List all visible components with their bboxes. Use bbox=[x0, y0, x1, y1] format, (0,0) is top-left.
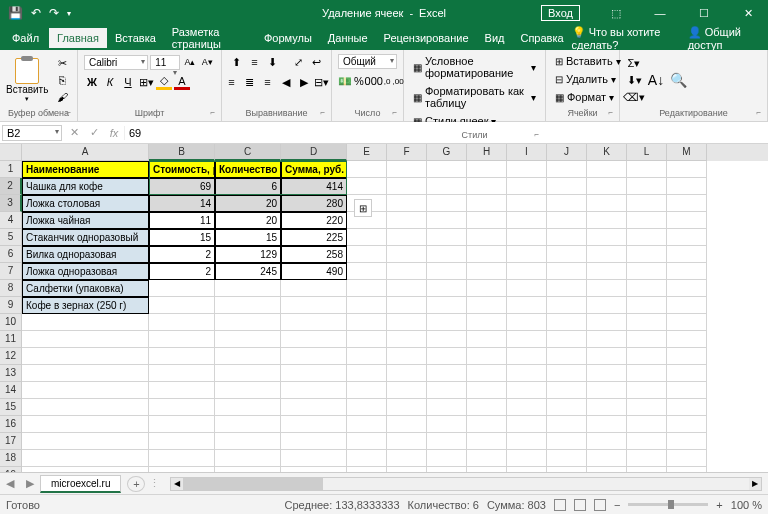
cell[interactable]: 6 bbox=[215, 178, 281, 195]
increase-decimal-icon[interactable]: ,0 bbox=[384, 73, 391, 89]
enter-formula-icon[interactable]: ✓ bbox=[84, 126, 104, 139]
cell[interactable] bbox=[427, 246, 467, 263]
cell[interactable] bbox=[547, 263, 587, 280]
delete-cells-button[interactable]: ⊟ Удалить ▾ bbox=[552, 72, 619, 86]
align-left-icon[interactable]: ≡ bbox=[224, 74, 240, 90]
column-header[interactable]: H bbox=[467, 144, 507, 161]
cell[interactable] bbox=[467, 229, 507, 246]
cell[interactable] bbox=[281, 433, 347, 450]
cell[interactable] bbox=[587, 314, 627, 331]
cell[interactable] bbox=[387, 382, 427, 399]
cell[interactable] bbox=[427, 399, 467, 416]
cell[interactable] bbox=[149, 280, 215, 297]
cell[interactable] bbox=[627, 416, 667, 433]
align-right-icon[interactable]: ≡ bbox=[260, 74, 276, 90]
cell[interactable] bbox=[281, 467, 347, 472]
cell[interactable] bbox=[507, 229, 547, 246]
cell[interactable] bbox=[427, 263, 467, 280]
conditional-format-button[interactable]: ▦ Условное форматирование ▾ bbox=[410, 54, 539, 80]
cell[interactable] bbox=[627, 280, 667, 297]
number-format-select[interactable]: Общий bbox=[338, 54, 397, 69]
select-all-corner[interactable] bbox=[0, 144, 22, 161]
cell[interactable] bbox=[587, 280, 627, 297]
cell[interactable] bbox=[507, 399, 547, 416]
cell[interactable] bbox=[467, 246, 507, 263]
cell[interactable] bbox=[667, 365, 707, 382]
cell[interactable] bbox=[667, 178, 707, 195]
cell[interactable] bbox=[347, 263, 387, 280]
cell[interactable] bbox=[667, 348, 707, 365]
cell[interactable] bbox=[427, 314, 467, 331]
fill-icon[interactable]: ⬇▾ bbox=[626, 72, 642, 88]
tab-home[interactable]: Главная bbox=[49, 28, 107, 48]
cell[interactable] bbox=[347, 365, 387, 382]
cell[interactable] bbox=[507, 195, 547, 212]
cell[interactable]: 280 bbox=[281, 195, 347, 212]
cell[interactable] bbox=[667, 212, 707, 229]
maximize-icon[interactable]: ☐ bbox=[684, 0, 724, 26]
cell[interactable] bbox=[427, 161, 467, 178]
cell[interactable] bbox=[507, 280, 547, 297]
orientation-icon[interactable]: ⤢ bbox=[291, 54, 307, 70]
cell[interactable] bbox=[547, 212, 587, 229]
cell[interactable] bbox=[627, 263, 667, 280]
cell[interactable] bbox=[507, 212, 547, 229]
cell[interactable] bbox=[667, 195, 707, 212]
cell[interactable]: 225 bbox=[281, 229, 347, 246]
cell[interactable] bbox=[427, 229, 467, 246]
italic-icon[interactable]: К bbox=[102, 74, 118, 90]
cell[interactable] bbox=[547, 297, 587, 314]
cell[interactable] bbox=[547, 280, 587, 297]
cell[interactable] bbox=[507, 161, 547, 178]
decrease-decimal-icon[interactable]: ,00 bbox=[392, 73, 403, 89]
border-icon[interactable]: ⊞▾ bbox=[138, 74, 154, 90]
cell[interactable] bbox=[547, 331, 587, 348]
minimize-icon[interactable]: — bbox=[640, 0, 680, 26]
comma-icon[interactable]: 000 bbox=[366, 73, 382, 89]
cell[interactable] bbox=[587, 348, 627, 365]
cell[interactable] bbox=[149, 416, 215, 433]
tab-formulas[interactable]: Формулы bbox=[256, 28, 320, 48]
cell[interactable] bbox=[547, 450, 587, 467]
cell[interactable] bbox=[627, 365, 667, 382]
save-icon[interactable]: 💾 bbox=[8, 6, 23, 20]
cell[interactable] bbox=[627, 331, 667, 348]
cell[interactable] bbox=[281, 297, 347, 314]
cell[interactable] bbox=[667, 416, 707, 433]
cell[interactable] bbox=[347, 433, 387, 450]
cell[interactable] bbox=[281, 382, 347, 399]
cell[interactable] bbox=[281, 348, 347, 365]
cell[interactable] bbox=[507, 314, 547, 331]
cell[interactable]: 11 bbox=[149, 212, 215, 229]
cell[interactable] bbox=[281, 280, 347, 297]
cell[interactable] bbox=[507, 178, 547, 195]
cell[interactable] bbox=[22, 382, 149, 399]
cell[interactable] bbox=[507, 348, 547, 365]
cell[interactable] bbox=[215, 314, 281, 331]
cell[interactable] bbox=[587, 229, 627, 246]
cell[interactable] bbox=[467, 331, 507, 348]
cell[interactable] bbox=[281, 416, 347, 433]
cell[interactable] bbox=[347, 161, 387, 178]
cell[interactable] bbox=[587, 161, 627, 178]
cancel-formula-icon[interactable]: ✕ bbox=[64, 126, 84, 139]
percent-icon[interactable]: % bbox=[354, 73, 364, 89]
cell[interactable] bbox=[467, 382, 507, 399]
cell[interactable] bbox=[149, 467, 215, 472]
cell[interactable] bbox=[627, 229, 667, 246]
cell[interactable] bbox=[387, 348, 427, 365]
cell[interactable] bbox=[149, 331, 215, 348]
cell[interactable] bbox=[427, 195, 467, 212]
cell[interactable] bbox=[667, 161, 707, 178]
undo-icon[interactable]: ↶ bbox=[31, 6, 41, 20]
cell[interactable] bbox=[387, 314, 427, 331]
cell[interactable] bbox=[22, 399, 149, 416]
cell[interactable] bbox=[667, 382, 707, 399]
cell[interactable] bbox=[22, 365, 149, 382]
insert-cells-button[interactable]: ⊞ Вставить ▾ bbox=[552, 54, 624, 68]
row-header[interactable]: 11 bbox=[0, 331, 22, 348]
cell[interactable] bbox=[467, 467, 507, 472]
align-center-icon[interactable]: ≣ bbox=[242, 74, 258, 90]
cell[interactable] bbox=[281, 450, 347, 467]
cell[interactable] bbox=[587, 297, 627, 314]
